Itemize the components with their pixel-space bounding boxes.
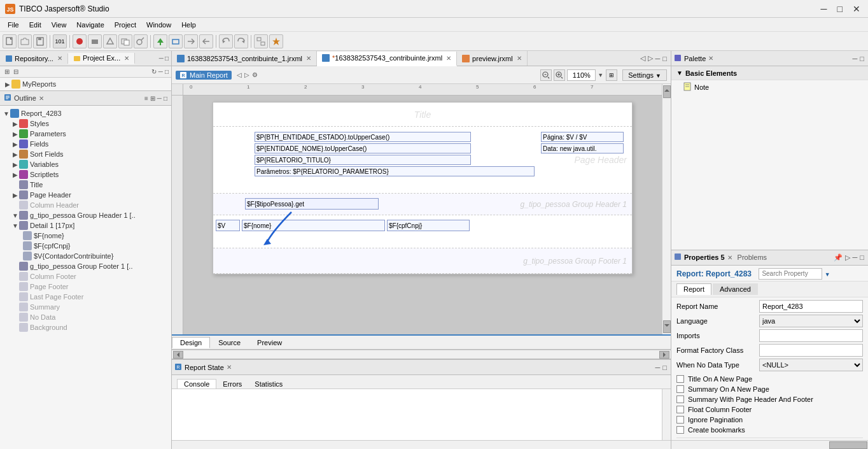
det-toggle[interactable]: ▼: [11, 222, 19, 229]
tree-styles[interactable]: ▶ Styles: [0, 118, 171, 129]
tree-title[interactable]: ▶ Title: [0, 180, 171, 190]
tree-page-header[interactable]: ▶ Page Header: [0, 190, 171, 200]
report-inner-tab-advanced[interactable]: Advanced: [713, 283, 758, 295]
tab-ctrl-back[interactable]: ◁: [640, 54, 645, 62]
rs-maximize[interactable]: □: [662, 364, 667, 371]
tree-sync[interactable]: ↻: [151, 68, 157, 75]
problems-tab-label[interactable]: Problems: [738, 253, 767, 261]
toolbar-undo[interactable]: [219, 34, 233, 48]
tab-ctrl-forward[interactable]: ▷: [648, 54, 653, 62]
project-tab[interactable]: Project Ex... ✕: [68, 53, 135, 64]
toolbar-btn5[interactable]: [134, 34, 148, 48]
h-scroll-right[interactable]: [659, 351, 669, 359]
report-state-tab-label[interactable]: Report State: [185, 364, 224, 371]
tree-action-expand[interactable]: ⊞: [3, 68, 11, 76]
tree-fields[interactable]: ▶ Fields: [0, 139, 171, 149]
close-btn[interactable]: ✕: [850, 4, 863, 14]
ph-toggle[interactable]: ▶: [11, 192, 19, 199]
gh-elem-1[interactable]: $F{$tipoPessoa}.get: [245, 198, 379, 210]
page-header-elem-4[interactable]: Parâmetros: $P{RELATORIO_PARAMETROS}: [255, 166, 535, 176]
prop-report-name-input[interactable]: [759, 300, 863, 313]
search-property-input[interactable]: [759, 268, 822, 280]
checkbox-summary-with-header-box[interactable]: [676, 396, 684, 403]
statistics-tab[interactable]: Statistics: [248, 380, 289, 388]
tree-sort-fields[interactable]: ▶ Sort Fields: [0, 149, 171, 159]
tab-ctrl-minimize[interactable]: ─: [655, 55, 661, 62]
outline-maximize-btn[interactable]: □: [164, 95, 167, 102]
props-btn2[interactable]: ▷: [845, 253, 850, 262]
page-header-elem-1[interactable]: $P{BTH_ENTIDADE_ESTADO}.toUpperCase(): [255, 132, 471, 142]
prop-when-no-data-select[interactable]: <NULL>: [759, 359, 863, 371]
tree-background[interactable]: ▶ Background: [0, 322, 171, 332]
menu-window[interactable]: Window: [141, 20, 176, 30]
toolbar-btn6[interactable]: [169, 34, 183, 48]
props-h-scrollbar[interactable]: [671, 440, 868, 449]
toolbar-btn2[interactable]: [88, 34, 102, 48]
project-tab-close[interactable]: ✕: [124, 55, 129, 62]
checkbox-bookmarks-box[interactable]: [676, 426, 684, 434]
repository-tab[interactable]: Repository... ✕: [0, 53, 68, 64]
tree-parameters[interactable]: ▶ Parameters: [0, 129, 171, 139]
scripts-toggle[interactable]: ▶: [11, 171, 19, 178]
tree-detail-cpf[interactable]: $F{cpfCnpj}: [0, 241, 171, 251]
console-tab[interactable]: Console: [177, 379, 216, 388]
properties-tab-close[interactable]: ✕: [727, 254, 732, 261]
checkbox-title-new-page-box[interactable]: [676, 375, 684, 383]
canvas-v-scrollbar[interactable]: [662, 84, 671, 334]
tree-root[interactable]: ▼ Report_4283: [0, 108, 171, 118]
repository-tab-close[interactable]: ✕: [57, 55, 62, 62]
canvas-scroll-area[interactable]: 0 1 2 3 4 5 6 7: [183, 84, 662, 334]
tree-variables[interactable]: ▶ Variables: [0, 159, 171, 169]
zoom-input[interactable]: [567, 69, 596, 81]
report-name-badge[interactable]: R Main Report: [176, 71, 232, 80]
prop-format-factory-input[interactable]: [759, 344, 863, 357]
tab-ctrl-maximize[interactable]: □: [662, 55, 667, 62]
toolbar-new[interactable]: [3, 34, 17, 48]
settings-btn[interactable]: Settings ▼: [622, 69, 667, 81]
report-nav-back[interactable]: ◁: [237, 71, 242, 78]
checkbox-ignore-pagination-box[interactable]: [676, 416, 684, 424]
palette-minimize[interactable]: ─: [853, 55, 858, 62]
zoom-in-btn[interactable]: [554, 69, 565, 81]
checkbox-summary-new-page-box[interactable]: [676, 385, 684, 393]
v-scroll-up[interactable]: [663, 85, 671, 98]
tab1-close[interactable]: ✕: [306, 55, 311, 62]
root-toggle[interactable]: ▼: [3, 110, 10, 117]
toolbar-save[interactable]: [33, 34, 47, 48]
minimize-btn[interactable]: ─: [818, 4, 830, 14]
tree-column-header[interactable]: ▶ Column Header: [0, 200, 171, 210]
v-scroll-down[interactable]: [663, 320, 671, 333]
outline-sync-btn[interactable]: ≡: [144, 95, 148, 102]
fields-toggle[interactable]: ▶: [11, 141, 19, 148]
tree-scriptlets[interactable]: ▶ Scriptlets: [0, 169, 171, 180]
tree-page-footer[interactable]: ▶ Page Footer: [0, 282, 171, 292]
console-h-scrollbar[interactable]: [172, 440, 671, 449]
preview-tab[interactable]: Preview: [249, 337, 290, 348]
report-settings-icon[interactable]: ⚙: [252, 71, 258, 78]
tree-group-footer[interactable]: ▶ g_tipo_pessoa Group Footer 1 [..: [0, 261, 171, 271]
toolbar-btn3[interactable]: [103, 34, 117, 48]
tree-last-page-footer[interactable]: ▶ Last Page Footer: [0, 292, 171, 302]
prop-language-select[interactable]: java: [759, 315, 863, 327]
my-reports-toggle[interactable]: ▶: [4, 81, 11, 88]
page-header-elem-6[interactable]: Data: new java.util.: [541, 143, 624, 153]
panel-maximize[interactable]: □: [165, 55, 169, 62]
toolbar-redo[interactable]: [234, 34, 248, 48]
toolbar-btn7[interactable]: [184, 34, 198, 48]
toolbar-green[interactable]: [153, 34, 167, 48]
page-header-elem-5[interactable]: Página: $V / $V: [541, 132, 624, 142]
report-inner-tab-report[interactable]: Report: [676, 283, 711, 295]
props-close[interactable]: □: [860, 253, 864, 262]
tree-detail-nome[interactable]: $F{nome}: [0, 231, 171, 241]
props-scroll-track[interactable]: [671, 441, 829, 449]
tree-no-data[interactable]: ▶ No Data: [0, 312, 171, 322]
errors-tab[interactable]: Errors: [216, 380, 248, 388]
tree-action-collapse[interactable]: ⊟: [11, 68, 20, 76]
zoom-out-btn[interactable]: [540, 69, 552, 81]
h-scroll-left[interactable]: [173, 351, 183, 359]
window-controls[interactable]: ─ □ ✕: [818, 4, 863, 14]
report-nav-fwd[interactable]: ▷: [244, 71, 249, 78]
menu-help[interactable]: Help: [176, 20, 201, 30]
tab3-close[interactable]: ✕: [517, 55, 522, 62]
outline-tree-btn[interactable]: ⊞: [150, 95, 155, 102]
